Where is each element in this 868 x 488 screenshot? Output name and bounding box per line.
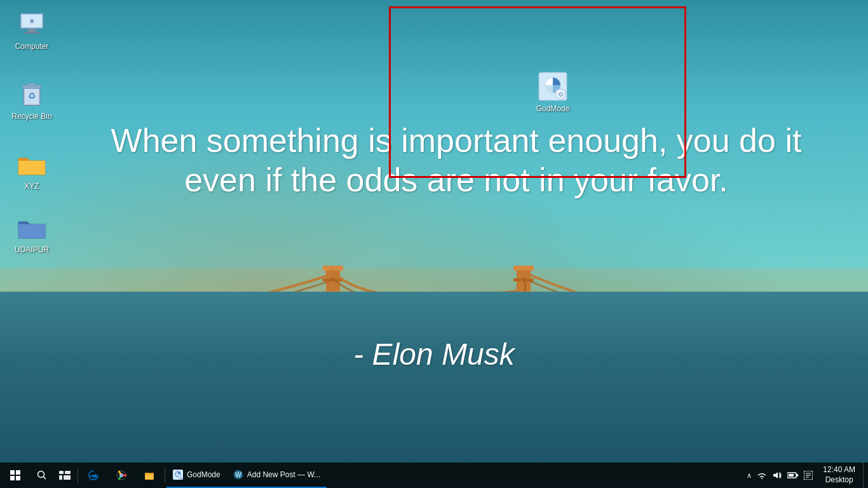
svg-text:🖥: 🖥 <box>29 18 34 24</box>
svg-rect-77 <box>797 474 799 477</box>
system-tray-overflow[interactable]: ∧ <box>744 463 754 488</box>
add-new-post-app-label: Add New Post — W... <box>247 470 320 479</box>
wordpress-icon: W <box>233 470 243 480</box>
windows-logo-icon <box>10 470 20 480</box>
svg-rect-59 <box>59 471 64 474</box>
taskbar-edge-button[interactable] <box>79 463 107 488</box>
svg-rect-15 <box>513 278 534 281</box>
action-center-icon[interactable] <box>801 463 815 488</box>
svg-text:♻: ♻ <box>28 91 36 101</box>
taskbar: ⚙ GodMode W Add New Post — W... ∧ <box>0 463 868 488</box>
svg-rect-60 <box>65 471 71 474</box>
volume-status-icon <box>772 471 782 480</box>
svg-rect-68 <box>146 475 153 479</box>
edge-icon <box>88 470 99 481</box>
godmode-taskbar-icon: ⚙ <box>173 470 183 480</box>
battery-icon[interactable] <box>785 463 801 488</box>
network-icon[interactable] <box>754 463 770 488</box>
desktop-icon-xyz[interactable]: XYZ <box>6 146 57 193</box>
svg-rect-62 <box>64 475 71 480</box>
file-explorer-icon <box>144 470 155 481</box>
svg-text:⚙: ⚙ <box>558 91 564 98</box>
computer-icon-label: Computer <box>15 42 49 51</box>
computer-icon: 🖥 <box>17 9 47 39</box>
chrome-icon <box>116 470 127 481</box>
recycle-bin-icon-label: Recycle Bin <box>11 112 51 121</box>
desktop: When something is important enough, you … <box>0 0 868 488</box>
desktop-icon-computer[interactable]: 🖥 Computer <box>6 6 57 53</box>
desktop-icon-recycle-bin[interactable]: ♻ Recycle Bin <box>6 76 57 123</box>
taskbar-separator-1 <box>78 468 78 483</box>
svg-rect-44 <box>28 29 36 32</box>
taskbar-desktop-label: Desktop <box>825 475 853 485</box>
network-status-icon <box>757 471 767 480</box>
task-view-button[interactable] <box>53 463 76 488</box>
task-view-icon <box>59 471 71 480</box>
xyz-folder-icon-label: XYZ <box>24 182 39 191</box>
svg-point-57 <box>38 471 44 478</box>
svg-rect-45 <box>24 32 39 34</box>
svg-rect-76 <box>789 474 794 477</box>
volume-icon[interactable] <box>770 463 785 488</box>
taskbar-clock[interactable]: 12:40 AM Desktop <box>815 463 863 488</box>
taskbar-time: 12:40 AM <box>823 465 855 475</box>
svg-point-66 <box>120 474 123 477</box>
notification-icon <box>804 471 813 480</box>
taskbar-add-new-post-app[interactable]: W Add New Post — W... <box>227 463 327 488</box>
desktop-icon-udaipur[interactable]: UDAIPUR <box>6 210 57 257</box>
recycle-bin-icon: ♻ <box>17 79 47 109</box>
godmode-icon-label: GodMode <box>536 104 570 113</box>
taskbar-separator-2 <box>165 468 165 483</box>
svg-rect-51 <box>28 83 36 86</box>
search-icon <box>37 470 47 480</box>
desktop-icon-godmode[interactable]: ⚙ GodMode <box>527 69 578 116</box>
svg-rect-11 <box>323 278 343 281</box>
svg-rect-61 <box>59 475 62 480</box>
udaipur-folder-icon <box>17 212 47 243</box>
xyz-folder-icon <box>17 149 47 179</box>
taskbar-file-explorer-button[interactable] <box>135 463 163 488</box>
godmode-icon: ⚙ <box>538 71 568 102</box>
show-desktop-button[interactable] <box>863 463 868 488</box>
water-background <box>0 292 868 463</box>
taskbar-chrome-button[interactable] <box>107 463 135 488</box>
search-button[interactable] <box>31 463 53 488</box>
sky-background <box>0 0 868 268</box>
tray-overflow-icon: ∧ <box>747 471 752 480</box>
taskbar-godmode-app[interactable]: ⚙ GodMode <box>166 463 227 488</box>
start-button[interactable] <box>0 463 31 488</box>
godmode-app-label: GodMode <box>187 470 220 479</box>
udaipur-folder-icon-label: UDAIPUR <box>15 245 49 254</box>
battery-status-icon <box>787 471 799 479</box>
svg-line-58 <box>44 477 46 480</box>
svg-text:W: W <box>235 471 241 478</box>
